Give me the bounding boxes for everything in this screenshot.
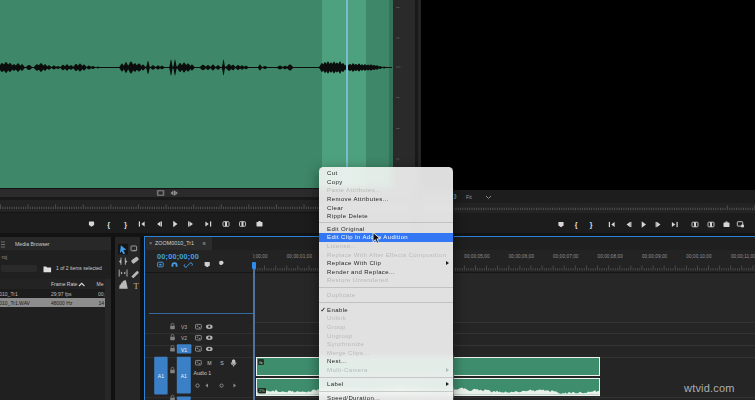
svg-text:}: }: [124, 221, 127, 229]
svg-text:V1: V1: [181, 347, 187, 353]
svg-text:2%: 2%: [259, 389, 265, 394]
svg-text:V2: V2: [181, 335, 187, 341]
svg-text:T: T: [133, 281, 139, 291]
svg-text:M: M: [207, 360, 211, 366]
svg-text:{: {: [575, 221, 578, 229]
svg-text:S: S: [220, 360, 224, 366]
svg-text:V3: V3: [181, 324, 187, 330]
svg-text:{: {: [107, 221, 110, 229]
svg-text:A1: A1: [158, 373, 164, 379]
svg-text:Audio 1: Audio 1: [194, 370, 212, 376]
svg-text:}: }: [590, 221, 593, 229]
svg-text:A1: A1: [181, 373, 187, 379]
